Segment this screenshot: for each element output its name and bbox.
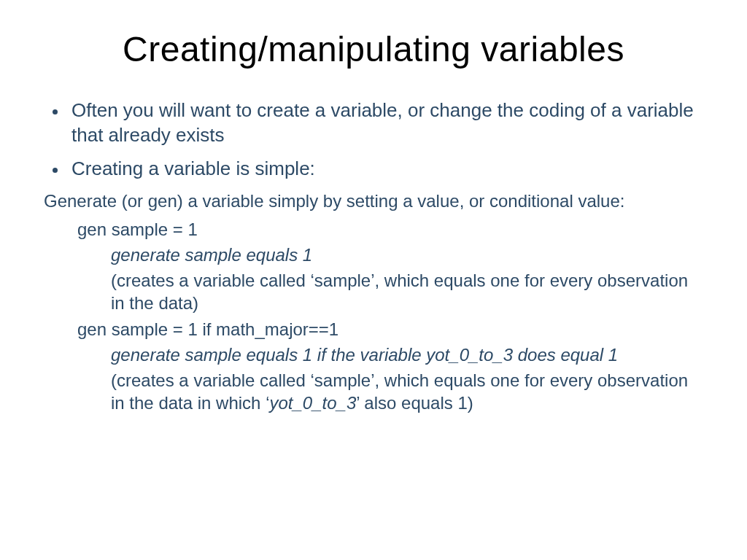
bullet-item: Creating a variable is simple: xyxy=(67,157,703,182)
example-code: gen sample = 1 if math_major==1 xyxy=(77,318,703,341)
example-meaning: generate sample equals 1 if the variable… xyxy=(111,343,703,366)
intro-line: Generate (or gen) a variable simply by s… xyxy=(44,190,703,213)
example-explanation: (creates a variable called ‘sample’, whi… xyxy=(111,369,703,414)
example-explanation: (creates a variable called ‘sample’, whi… xyxy=(111,269,703,314)
slide-body: Often you will want to create a variable… xyxy=(44,98,703,414)
slide-title: Creating/manipulating variables xyxy=(44,29,703,69)
example-code: gen sample = 1 xyxy=(77,218,703,241)
example-meaning: generate sample equals 1 xyxy=(111,244,703,266)
bullet-list: Often you will want to create a variable… xyxy=(44,98,703,181)
bullet-item: Often you will want to create a variable… xyxy=(67,98,703,148)
slide: Creating/manipulating variables Often yo… xyxy=(0,0,747,560)
explanation-text: ’ also equals 1) xyxy=(356,393,473,413)
explanation-var: yot_0_to_3 xyxy=(269,393,356,413)
